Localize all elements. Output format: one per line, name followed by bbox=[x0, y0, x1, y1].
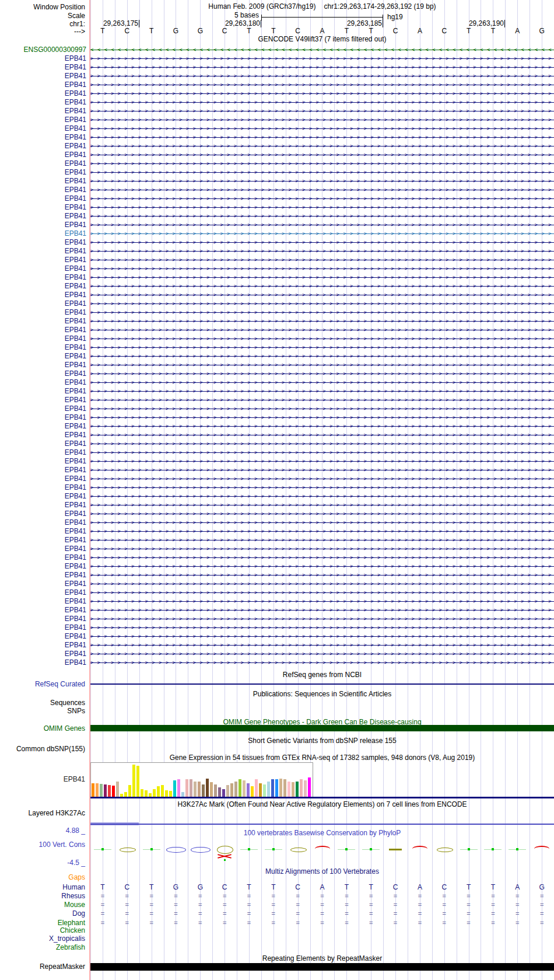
species-label-chicken[interactable]: Chicken bbox=[0, 926, 85, 934]
gene-label[interactable]: EPB41 bbox=[0, 650, 90, 658]
transcript-direction-arrows[interactable]: >>>>>>>>>>>>>>>>>>>>>>>>>>>>>>>>>>>>>>>>… bbox=[90, 369, 554, 378]
gtex-tissue-bar[interactable] bbox=[104, 784, 107, 798]
transcript-direction-arrows[interactable]: >>>>>>>>>>>>>>>>>>>>>>>>>>>>>>>>>>>>>>>>… bbox=[90, 562, 554, 571]
transcript-direction-arrows[interactable]: >>>>>>>>>>>>>>>>>>>>>>>>>>>>>>>>>>>>>>>>… bbox=[90, 650, 554, 658]
gtex-tissue-bar[interactable] bbox=[239, 779, 241, 798]
gtex-tissue-bar[interactable] bbox=[259, 783, 262, 798]
gene-transcript-row[interactable]: EPB41>>>>>>>>>>>>>>>>>>>>>>>>>>>>>>>>>>>… bbox=[0, 606, 554, 615]
gtex-tissue-bar[interactable] bbox=[263, 784, 266, 798]
gene-transcript-row[interactable]: EPB41>>>>>>>>>>>>>>>>>>>>>>>>>>>>>>>>>>>… bbox=[0, 299, 554, 308]
gene-label[interactable]: EPB41 bbox=[0, 124, 90, 133]
gene-label[interactable]: EPB41 bbox=[0, 448, 90, 457]
h3k27ac-track-label[interactable]: Layered H3K27Ac bbox=[0, 809, 85, 817]
gene-transcript-row[interactable]: EPB41>>>>>>>>>>>>>>>>>>>>>>>>>>>>>>>>>>>… bbox=[0, 545, 554, 553]
transcript-direction-arrows[interactable]: >>>>>>>>>>>>>>>>>>>>>>>>>>>>>>>>>>>>>>>>… bbox=[90, 597, 554, 606]
gene-transcript-row[interactable]: EPB41>>>>>>>>>>>>>>>>>>>>>>>>>>>>>>>>>>>… bbox=[0, 54, 554, 63]
gtex-tissue-bar[interactable] bbox=[108, 785, 111, 798]
gene-label[interactable]: EPB41 bbox=[0, 378, 90, 387]
transcript-direction-arrows[interactable]: >>>>>>>>>>>>>>>>>>>>>>>>>>>>>>>>>>>>>>>>… bbox=[90, 440, 554, 448]
gene-transcript-row[interactable]: EPB41>>>>>>>>>>>>>>>>>>>>>>>>>>>>>>>>>>>… bbox=[0, 448, 554, 457]
transcript-direction-arrows[interactable]: >>>>>>>>>>>>>>>>>>>>>>>>>>>>>>>>>>>>>>>>… bbox=[90, 124, 554, 133]
transcript-direction-arrows[interactable]: >>>>>>>>>>>>>>>>>>>>>>>>>>>>>>>>>>>>>>>>… bbox=[90, 527, 554, 536]
gene-label[interactable]: EPB41 bbox=[0, 142, 90, 151]
gene-label[interactable]: EPB41 bbox=[0, 54, 90, 63]
gene-label[interactable]: EPB41 bbox=[0, 229, 90, 238]
gene-label[interactable]: EPB41 bbox=[0, 562, 90, 571]
gene-label[interactable]: EPB41 bbox=[0, 658, 90, 667]
transcript-direction-arrows[interactable]: <<<<<<<<<<<<<<<<<<<<<<<<<<<<<<<<<<<<<<<<… bbox=[90, 46, 554, 54]
gene-label[interactable]: EPB41 bbox=[0, 597, 90, 606]
species-label-gaps[interactable]: Gaps bbox=[0, 873, 85, 881]
transcript-direction-arrows[interactable]: >>>>>>>>>>>>>>>>>>>>>>>>>>>>>>>>>>>>>>>>… bbox=[90, 89, 554, 98]
gene-transcript-row[interactable]: EPB41>>>>>>>>>>>>>>>>>>>>>>>>>>>>>>>>>>>… bbox=[0, 334, 554, 343]
gtex-tissue-bar[interactable] bbox=[173, 780, 176, 798]
gene-label[interactable]: EPB41 bbox=[0, 63, 90, 72]
gtex-tissue-bar[interactable] bbox=[132, 765, 135, 798]
gene-transcript-row[interactable]: EPB41>>>>>>>>>>>>>>>>>>>>>>>>>>>>>>>>>>>… bbox=[0, 641, 554, 650]
transcript-direction-arrows[interactable]: >>>>>>>>>>>>>>>>>>>>>>>>>>>>>>>>>>>>>>>>… bbox=[90, 615, 554, 623]
gene-label[interactable]: EPB41 bbox=[0, 221, 90, 229]
gene-label[interactable]: EPB41 bbox=[0, 623, 90, 632]
gene-label[interactable]: EPB41 bbox=[0, 282, 90, 291]
gtex-tissue-bar[interactable] bbox=[206, 779, 209, 798]
gtex-tissue-bar[interactable] bbox=[96, 783, 99, 798]
gene-transcript-row[interactable]: EPB41>>>>>>>>>>>>>>>>>>>>>>>>>>>>>>>>>>>… bbox=[0, 308, 554, 317]
phylop-track-label[interactable]: 100 Vert. Cons bbox=[0, 841, 85, 849]
transcript-direction-arrows[interactable]: >>>>>>>>>>>>>>>>>>>>>>>>>>>>>>>>>>>>>>>>… bbox=[90, 466, 554, 475]
strand-arrow-label[interactable]: ---> bbox=[0, 27, 85, 36]
transcript-direction-arrows[interactable]: >>>>>>>>>>>>>>>>>>>>>>>>>>>>>>>>>>>>>>>>… bbox=[90, 510, 554, 518]
transcript-direction-arrows[interactable]: >>>>>>>>>>>>>>>>>>>>>>>>>>>>>>>>>>>>>>>>… bbox=[90, 588, 554, 597]
gtex-tissue-bar[interactable] bbox=[234, 782, 237, 798]
gene-transcript-row[interactable]: EPB41>>>>>>>>>>>>>>>>>>>>>>>>>>>>>>>>>>>… bbox=[0, 133, 554, 142]
transcript-direction-arrows[interactable]: >>>>>>>>>>>>>>>>>>>>>>>>>>>>>>>>>>>>>>>>… bbox=[90, 238, 554, 247]
alignment-row-dog[interactable]: =================== bbox=[90, 909, 554, 918]
transcript-direction-arrows[interactable]: >>>>>>>>>>>>>>>>>>>>>>>>>>>>>>>>>>>>>>>>… bbox=[90, 54, 554, 63]
transcript-direction-arrows[interactable]: >>>>>>>>>>>>>>>>>>>>>>>>>>>>>>>>>>>>>>>>… bbox=[90, 378, 554, 387]
gtex-tissue-bar[interactable] bbox=[267, 782, 270, 798]
gtex-tissue-bar[interactable] bbox=[271, 779, 274, 798]
gene-label[interactable]: EPB41 bbox=[0, 501, 90, 510]
gene-label[interactable]: EPB41 bbox=[0, 413, 90, 422]
gene-label[interactable]: EPB41 bbox=[0, 361, 90, 369]
gtex-gene-label[interactable]: EPB41 bbox=[0, 775, 85, 783]
gene-label[interactable]: EPB41 bbox=[0, 580, 90, 588]
gene-label[interactable]: EPB41 bbox=[0, 98, 90, 107]
gtex-tissue-bar[interactable] bbox=[177, 779, 180, 798]
gtex-tissue-bar[interactable] bbox=[100, 784, 103, 798]
transcript-direction-arrows[interactable]: >>>>>>>>>>>>>>>>>>>>>>>>>>>>>>>>>>>>>>>>… bbox=[90, 256, 554, 264]
gtex-tissue-bar[interactable] bbox=[292, 782, 294, 798]
transcript-direction-arrows[interactable]: >>>>>>>>>>>>>>>>>>>>>>>>>>>>>>>>>>>>>>>>… bbox=[90, 658, 554, 667]
gtex-tissue-bar[interactable] bbox=[157, 786, 160, 798]
gene-label[interactable]: EPB41 bbox=[0, 116, 90, 124]
gtex-tissue-bar[interactable] bbox=[304, 780, 307, 798]
gtex-tissue-bar[interactable] bbox=[300, 779, 303, 798]
transcript-direction-arrows[interactable]: >>>>>>>>>>>>>>>>>>>>>>>>>>>>>>>>>>>>>>>>… bbox=[90, 291, 554, 299]
gtex-tissue-bar[interactable] bbox=[116, 782, 119, 798]
gene-label[interactable]: EPB41 bbox=[0, 536, 90, 545]
transcript-direction-arrows[interactable]: >>>>>>>>>>>>>>>>>>>>>>>>>>>>>>>>>>>>>>>>… bbox=[90, 632, 554, 641]
gene-transcript-row[interactable]: EPB41>>>>>>>>>>>>>>>>>>>>>>>>>>>>>>>>>>>… bbox=[0, 142, 554, 151]
gtex-tissue-bar[interactable] bbox=[279, 779, 282, 798]
species-label-human[interactable]: Human bbox=[0, 883, 85, 891]
gene-label[interactable]: EPB41 bbox=[0, 133, 90, 142]
transcript-direction-arrows[interactable]: >>>>>>>>>>>>>>>>>>>>>>>>>>>>>>>>>>>>>>>>… bbox=[90, 571, 554, 580]
transcript-direction-arrows[interactable]: >>>>>>>>>>>>>>>>>>>>>>>>>>>>>>>>>>>>>>>>… bbox=[90, 63, 554, 72]
gene-label[interactable]: EPB41 bbox=[0, 457, 90, 466]
alignment-row-rhesus[interactable]: =================== bbox=[90, 892, 554, 900]
gene-transcript-row[interactable]: EPB41>>>>>>>>>>>>>>>>>>>>>>>>>>>>>>>>>>>… bbox=[0, 159, 554, 168]
alignment-row-elephant[interactable]: =================== bbox=[90, 919, 554, 927]
transcript-direction-arrows[interactable]: >>>>>>>>>>>>>>>>>>>>>>>>>>>>>>>>>>>>>>>>… bbox=[90, 422, 554, 431]
transcript-direction-arrows[interactable]: >>>>>>>>>>>>>>>>>>>>>>>>>>>>>>>>>>>>>>>>… bbox=[90, 168, 554, 177]
gtex-tissue-bar[interactable] bbox=[283, 779, 286, 798]
gene-transcript-row[interactable]: EPB41>>>>>>>>>>>>>>>>>>>>>>>>>>>>>>>>>>>… bbox=[0, 571, 554, 580]
transcript-direction-arrows[interactable]: >>>>>>>>>>>>>>>>>>>>>>>>>>>>>>>>>>>>>>>>… bbox=[90, 151, 554, 159]
gene-label[interactable]: EPB41 bbox=[0, 475, 90, 483]
gene-label[interactable]: EPB41 bbox=[0, 107, 90, 116]
gene-label[interactable]: EPB41 bbox=[0, 404, 90, 413]
gtex-tissue-bar[interactable] bbox=[230, 783, 233, 798]
gene-transcript-row[interactable]: EPB41>>>>>>>>>>>>>>>>>>>>>>>>>>>>>>>>>>>… bbox=[0, 615, 554, 623]
gene-label[interactable]: EPB41 bbox=[0, 168, 90, 177]
gene-transcript-row[interactable]: EPB41>>>>>>>>>>>>>>>>>>>>>>>>>>>>>>>>>>>… bbox=[0, 475, 554, 483]
gene-transcript-row[interactable]: EPB41>>>>>>>>>>>>>>>>>>>>>>>>>>>>>>>>>>>… bbox=[0, 650, 554, 658]
gene-label[interactable]: EPB41 bbox=[0, 466, 90, 475]
